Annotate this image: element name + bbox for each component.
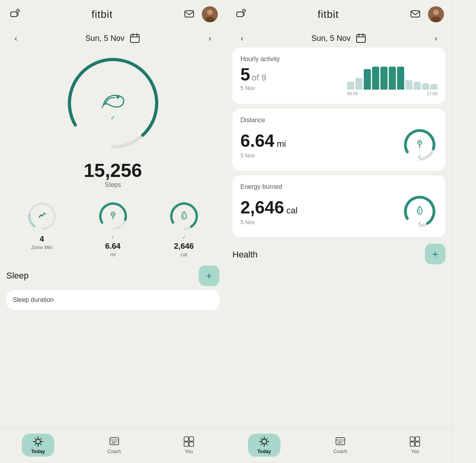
distance-ring <box>97 200 129 232</box>
right-header-right <box>408 6 444 22</box>
steps-section: ✓ 15,256 Steps <box>6 48 219 196</box>
right-prev-arrow[interactable]: ‹ <box>236 32 248 44</box>
left-nav-you[interactable]: You <box>174 434 204 457</box>
energy-card-left: 2,646 cal 5 Nov <box>240 198 298 225</box>
bar-4 <box>372 67 379 90</box>
calories-unit: cal <box>180 252 187 257</box>
right-today-label: Today <box>257 449 271 454</box>
svg-line-67 <box>266 438 267 440</box>
sleep-fab[interactable]: + <box>199 265 219 286</box>
sleep-title: Sleep <box>6 271 29 281</box>
calories-ring <box>168 200 200 232</box>
left-date-center: Sun, 5 Nov <box>85 33 140 44</box>
right-next-arrow[interactable]: › <box>430 32 442 44</box>
left-calendar-icon[interactable] <box>129 33 140 44</box>
right-device-icon[interactable] <box>234 7 248 21</box>
calories-metric[interactable]: ✓ 2,646 cal <box>168 200 200 257</box>
left-prev-arrow[interactable]: ‹ <box>10 32 22 44</box>
right-calendar-icon[interactable] <box>355 33 367 44</box>
left-date-text: Sun, 5 Nov <box>85 34 125 43</box>
distance-card[interactable]: Distance 6.64 mi 5 Nov <box>232 109 445 171</box>
hourly-activity-card[interactable]: Hourly activity 5 of 9 5 Nov <box>232 48 445 104</box>
chart-time-end: 17:00 <box>426 91 438 96</box>
svg-point-24 <box>36 439 40 444</box>
hourly-top: 5 of 9 5 Nov <box>240 66 438 96</box>
steps-ring[interactable]: ✓ <box>61 52 165 155</box>
left-today-label: Today <box>31 449 45 454</box>
bar-2 <box>355 78 363 90</box>
svg-rect-73 <box>410 437 415 441</box>
svg-rect-42 <box>243 13 244 15</box>
distance-card-left: 6.64 mi 5 Nov <box>240 131 286 159</box>
distance-card-icon <box>415 139 424 151</box>
right-fab[interactable]: + <box>425 244 445 264</box>
right-nav-coach[interactable]: Coach <box>324 434 357 457</box>
hourly-count-row: 5 of 9 <box>240 66 266 83</box>
svg-rect-39 <box>184 442 188 446</box>
left-device-icon[interactable] <box>8 7 22 21</box>
energy-card-icon <box>416 206 424 217</box>
left-nav-coach[interactable]: Coach <box>98 434 131 457</box>
svg-line-65 <box>261 438 262 440</box>
right-message-icon[interactable] <box>408 7 422 21</box>
distance-card-date: 5 Nov <box>240 152 286 159</box>
svg-line-32 <box>35 444 36 445</box>
zone-min-value: 4 <box>40 234 44 244</box>
distance-value-row: 6.64 mi <box>240 131 286 151</box>
right-nav-today[interactable]: Today <box>248 434 280 457</box>
bar-5 <box>380 67 388 90</box>
svg-line-30 <box>40 444 41 445</box>
steps-checkmark: ✓ <box>110 114 115 121</box>
sleep-duration-label: Sleep duration <box>13 296 213 304</box>
right-nav-you[interactable]: You <box>400 434 430 457</box>
sleep-header: Sleep + <box>6 265 219 286</box>
svg-rect-46 <box>411 11 420 17</box>
svg-point-15 <box>116 96 119 99</box>
energy-value-row: 2,646 cal <box>240 198 298 217</box>
distance-card-title: Distance <box>240 117 438 124</box>
hourly-count-value: 5 <box>240 66 250 83</box>
left-message-icon[interactable] <box>182 7 196 21</box>
zone-min-unit: Zone Min <box>31 244 52 250</box>
left-header: fitbit <box>0 0 226 29</box>
sleep-section: Sleep + Sleep duration <box>6 265 219 310</box>
bar-6 <box>389 67 396 90</box>
energy-card-value: 2,646 <box>240 198 284 217</box>
svg-point-48 <box>433 10 439 15</box>
right-date-center: Sun, 5 Nov <box>311 33 367 44</box>
svg-point-57 <box>419 142 420 143</box>
svg-rect-41 <box>237 12 243 17</box>
health-row: Health + <box>232 242 445 266</box>
bar-1 <box>347 82 354 90</box>
right-main-content: Hourly activity 5 of 9 5 Nov <box>226 48 452 428</box>
energy-card[interactable]: Energy burned 2,646 cal 5 Nov <box>232 175 445 237</box>
sleep-card[interactable]: Sleep duration <box>6 290 219 310</box>
right-today-icon <box>259 436 270 447</box>
right-date-nav: ‹ Sun, 5 Nov › <box>226 29 452 48</box>
left-nav-today[interactable]: Today <box>22 434 54 457</box>
distance-value: 6.64 <box>105 242 121 251</box>
left-next-arrow[interactable]: › <box>203 32 216 44</box>
left-avatar[interactable] <box>202 6 218 22</box>
right-bottom-nav: Today Coach You <box>226 428 452 463</box>
zone-min-metric[interactable]: 4 Zone Min <box>26 200 58 257</box>
svg-line-4 <box>18 11 19 11</box>
right-you-label: You <box>411 449 419 454</box>
svg-line-66 <box>266 444 267 445</box>
svg-rect-75 <box>410 442 415 446</box>
distance-card-ring: ✓ <box>402 127 438 163</box>
bar-chart <box>347 66 438 90</box>
svg-line-45 <box>244 11 245 11</box>
bar-3 <box>364 69 371 90</box>
svg-rect-37 <box>184 437 188 441</box>
distance-metric[interactable]: ✓ 6.64 mi <box>97 200 129 257</box>
right-avatar[interactable] <box>428 6 444 22</box>
svg-rect-5 <box>185 11 194 17</box>
chart-time-start: 09:00 <box>347 91 358 96</box>
left-date-nav: ‹ Sun, 5 Nov › <box>0 29 226 48</box>
right-coach-icon <box>335 436 346 447</box>
left-main-content: ✓ 15,256 Steps <box>0 48 226 428</box>
energy-card-main: 2,646 cal 5 Nov <box>240 194 438 229</box>
left-you-label: You <box>185 449 193 454</box>
svg-rect-50 <box>357 35 365 42</box>
